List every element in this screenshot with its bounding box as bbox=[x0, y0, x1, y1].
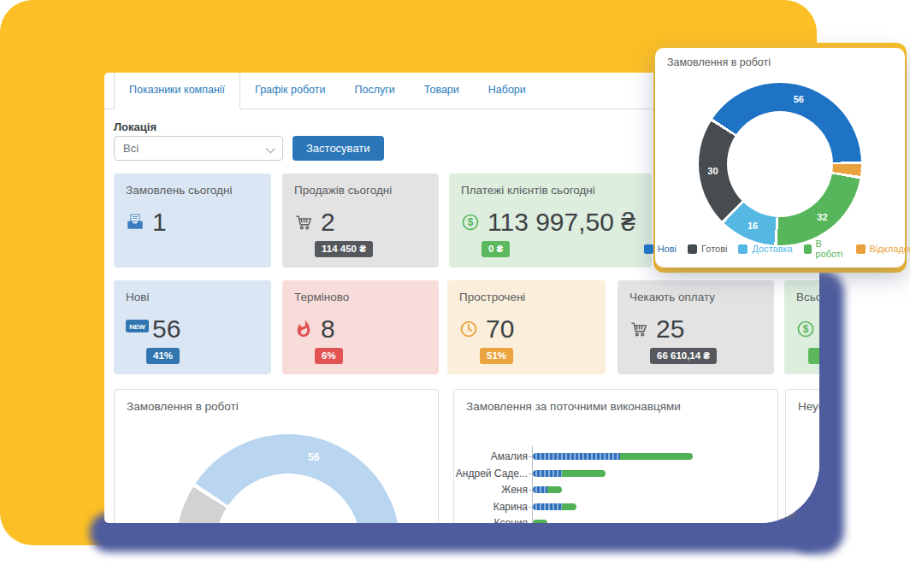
stacked-bar bbox=[533, 453, 693, 460]
stat-card-value: 70 bbox=[486, 315, 514, 344]
stat-card-value-row: $113 997,50 ₴ bbox=[461, 208, 635, 237]
cart-icon bbox=[294, 213, 313, 232]
tab-5[interactable]: Набори bbox=[474, 73, 541, 109]
legend-label: Доставка bbox=[752, 244, 792, 254]
location-select-value: Всі bbox=[123, 142, 139, 155]
donut-segment-label: 56 bbox=[794, 94, 804, 104]
stat-card-value: 1 bbox=[152, 208, 167, 237]
stat-card-value-row: 25 bbox=[629, 315, 684, 344]
legend-item[interactable]: Готові bbox=[688, 238, 727, 259]
legend-swatch bbox=[856, 244, 866, 254]
location-label: Локація bbox=[114, 121, 157, 133]
stat-card: Чекають оплату2566 610,14 ₴ bbox=[618, 280, 774, 374]
stat-card-value-row: NEW56 bbox=[126, 315, 180, 344]
legend-item[interactable]: Відкладені bbox=[856, 238, 910, 259]
axis-tick bbox=[529, 490, 532, 491]
legend-item[interactable]: Нові bbox=[644, 238, 677, 259]
stat-card-title: Нові bbox=[126, 291, 149, 303]
bar-segment-blue bbox=[533, 486, 547, 493]
stat-card: Платежі клієнтів сьогодні$113 997,50 ₴0 … bbox=[449, 173, 652, 268]
tab-4[interactable]: Товари bbox=[410, 73, 474, 109]
axis-tick bbox=[529, 456, 532, 457]
stacked-bar bbox=[533, 470, 606, 477]
stat-card-value-row: 8 bbox=[294, 315, 335, 344]
stat-card-title: Продажів сьогодні bbox=[294, 184, 392, 197]
legend-label: В роботі bbox=[816, 238, 845, 259]
page-background: Показники компаніїГрафік роботиПослугиТо… bbox=[0, 0, 910, 588]
bar-row-label: Женя bbox=[454, 484, 528, 496]
dollar-icon: $ bbox=[461, 213, 480, 232]
stat-card-title: Чекають оплату bbox=[629, 291, 715, 303]
flame-icon bbox=[294, 320, 313, 338]
stat-card-title: Всього bbox=[796, 291, 819, 303]
tab-2[interactable]: Графік роботи bbox=[240, 73, 340, 109]
stat-card-title: Замовлень сьогодні bbox=[126, 184, 232, 197]
stat-card-value: 25 bbox=[656, 315, 684, 344]
location-select[interactable]: Всі bbox=[114, 136, 283, 161]
stat-card-value: 113 997,50 ₴ bbox=[488, 208, 635, 237]
axis-tick bbox=[529, 473, 532, 474]
stat-card: Продажів сьогодні2114 450 ₴ bbox=[282, 173, 439, 268]
svg-text:NEW: NEW bbox=[129, 323, 145, 331]
donut-segment-label: 32 bbox=[817, 212, 827, 222]
cart-icon bbox=[629, 320, 648, 338]
stat-card: Прострочені7051% bbox=[447, 280, 606, 374]
panel-title: Неусп bbox=[798, 400, 819, 413]
new-icon: NEW bbox=[126, 320, 145, 338]
bar-segment-blue bbox=[533, 503, 562, 510]
bar-segment-green bbox=[562, 470, 606, 477]
legend-swatch bbox=[644, 244, 653, 254]
stat-card-badge: 0 ₴ bbox=[482, 241, 510, 257]
bar-row-label: Карина bbox=[454, 501, 528, 513]
stat-card-title: Терміново bbox=[294, 291, 349, 303]
stat-card-title: Платежі клієнтів сьогодні bbox=[461, 184, 595, 197]
inbox-icon bbox=[126, 213, 145, 232]
donut-segment-label: 16 bbox=[748, 220, 758, 231]
legend-label: Відкладені bbox=[870, 244, 910, 254]
stat-card-badge: 41% bbox=[146, 348, 180, 364]
legend-swatch bbox=[738, 244, 748, 254]
stacked-bar bbox=[533, 486, 562, 493]
stat-card-badge: 6% bbox=[315, 348, 343, 364]
bar-row-label: Андрей Саде... bbox=[454, 467, 528, 479]
stat-card: Терміново86% bbox=[282, 280, 439, 374]
stat-card-badge bbox=[808, 348, 819, 364]
axis-tick bbox=[529, 507, 532, 508]
donut-hole bbox=[727, 111, 833, 217]
orders-by-executors-panel: Замовлення за поточними виконавцями Амал… bbox=[453, 389, 778, 523]
svg-text:$: $ bbox=[468, 216, 474, 228]
bar-segment-green bbox=[562, 503, 576, 510]
orders-in-progress-popup: Замовлення в роботі НовіГотовіДоставкаВ … bbox=[655, 48, 905, 268]
bar-segment-green bbox=[533, 520, 547, 523]
stat-card: Замовлень сьогодні1 bbox=[114, 173, 271, 268]
stacked-bar bbox=[533, 503, 576, 510]
stat-card: НовіNEW5641% bbox=[114, 280, 271, 374]
legend-item[interactable]: В роботі bbox=[804, 238, 845, 259]
chevron-down-icon bbox=[266, 144, 275, 154]
bar-segment-blue bbox=[533, 470, 562, 477]
stat-card-badge: 66 610,14 ₴ bbox=[650, 348, 717, 364]
bar-segment-green bbox=[547, 486, 562, 493]
legend-swatch bbox=[688, 244, 697, 254]
popup-title: Замовлення в роботі bbox=[667, 56, 771, 68]
stat-card-value-row: 70 bbox=[459, 315, 514, 344]
donut-segment-label: 30 bbox=[707, 166, 718, 176]
stat-card-badge: 114 450 ₴ bbox=[315, 241, 373, 257]
legend-swatch bbox=[804, 244, 812, 254]
donut-segment-label: 56 bbox=[308, 451, 319, 463]
apply-button[interactable]: Застосувати bbox=[292, 136, 384, 161]
panel-title: Замовлення в роботі bbox=[127, 400, 239, 413]
stat-card-title: Прострочені bbox=[459, 291, 525, 303]
stat-card-value: 8 bbox=[321, 315, 335, 344]
stat-card-value-row: 1 bbox=[126, 208, 167, 237]
stacked-bar bbox=[533, 520, 547, 523]
tab-1[interactable]: Показники компанії bbox=[114, 73, 240, 109]
legend-label: Готові bbox=[701, 244, 727, 254]
orders-in-progress-panel: Замовлення в роботі 56321630 bbox=[114, 389, 439, 523]
tab-3[interactable]: Послуги bbox=[340, 73, 409, 109]
stat-card-value-row: $1 bbox=[796, 315, 819, 344]
panel-title: Замовлення за поточними виконавцями bbox=[466, 400, 681, 413]
clock-icon bbox=[459, 320, 478, 338]
bar-row-label: Ксения bbox=[454, 517, 528, 523]
svg-text:$: $ bbox=[803, 323, 809, 335]
